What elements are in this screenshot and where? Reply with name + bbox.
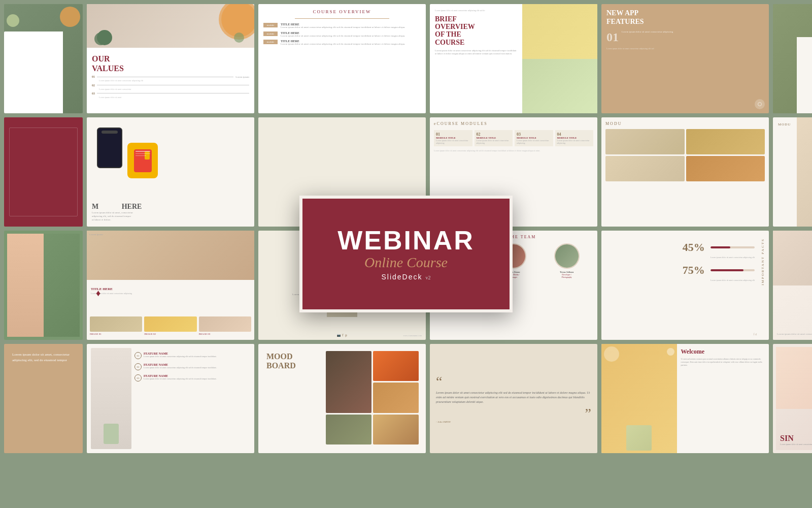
slide-r4c3: MOOD BOARD <box>258 344 426 453</box>
phone-mockup <box>97 128 122 168</box>
slide-r1c2-content: OUR VALUES 01 Lorem ipsum Lorem ipsum do… <box>87 48 254 113</box>
slide-r4c2-features: 01 FEATURE NAME Lorem ipsum dolor sit am… <box>134 348 250 449</box>
slide-r1c5-title: NEW APP FEATURES <box>606 9 764 26</box>
center-overlay: WEBINAR Online Course SlideDeck v2 <box>299 196 513 312</box>
slide-r4c5-text: Ui enim ad minim veniam quis nostrud exe… <box>681 358 765 367</box>
slide-r2c5-title: MODU <box>605 121 765 126</box>
slide-r2c2-text: Lorem ipsum dolor sit amet, consectetura… <box>92 211 142 221</box>
slide-r4c6-title: SIN <box>780 434 812 443</box>
slide-r1c3-title: COURSE OVERVIEW <box>263 9 421 14</box>
slide-r4c6: SIN Lorem ipsum dolor sit amet consectet… <box>773 344 812 453</box>
slide-r4c2-image <box>91 348 131 449</box>
slide-r1c3: COURSE OVERVIEW module TITLE HERE Lorem … <box>258 4 426 113</box>
slide-r1c2-image <box>87 4 254 48</box>
important-facts-label: IMPORTANT FACTS <box>761 238 765 285</box>
slide-r1c4: Lorem ipsum dolor sit amet consectetur a… <box>430 4 597 113</box>
module-02: 02 MODULE TITLE Lorem ipsum dolor sit am… <box>475 130 513 146</box>
slide-r3c1 <box>4 231 83 340</box>
slide-r1c3-item1: module TITLE HERE Lorem ipsum dolor sit … <box>263 23 421 29</box>
slide-r4c1: Lorem ipsum dolor sit amet, consectetur … <box>4 344 83 453</box>
slide-r4c2: 01 FEATURE NAME Lorem ipsum dolor sit am… <box>87 344 254 453</box>
member-tessa: Tessa Adison Developer /Photography <box>554 243 580 278</box>
slide-r3c5: IMPORTANT FACTS 45% Lorem ipsum dolor si… <box>601 231 769 340</box>
slide-r1c4-text: Lorem ipsum dolor sit amet consectetur a… <box>435 49 517 56</box>
slide-r2c5: MODU <box>601 117 769 227</box>
slide-r1c2-title: OUR VALUES <box>92 54 249 73</box>
slide-r2c6: MODU <box>773 117 812 227</box>
module-04: 04 MODULE TITLE Lorem ipsum dolor sit am… <box>555 130 594 146</box>
avatar-tessa <box>554 243 580 269</box>
overlay-version: v2 <box>426 275 431 280</box>
feature-01: 01 FEATURE NAME Lorem ipsum dolor sit am… <box>134 352 250 359</box>
slide-r4c3-grid <box>326 348 422 449</box>
slide-r1c2-item2: 02 <box>92 84 249 87</box>
slide-r4c4-quote: Lorem ipsum dolor sit amet consectetur a… <box>436 391 591 404</box>
slide-r4c5: Welcome Ui enim ad minim veniam quis nos… <box>601 344 769 453</box>
slide-r3c2-bottom: IMAGE 01 IMAGE 02 IMAGE 03 <box>87 314 254 337</box>
slide-r4c3-title: MOOD BOARD <box>266 352 319 370</box>
slide-r1c4-image <box>522 4 598 113</box>
slide-r4c5-title: Welcome <box>681 348 765 356</box>
slide-r1c2: OUR VALUES 01 Lorem ipsum Lorem ipsum do… <box>87 4 254 113</box>
module-01: 01 MODULE TITLE Lorem ipsum dolor sit am… <box>434 130 472 146</box>
slide-r2c4-modules: 01 MODULE TITLE Lorem ipsum dolor sit am… <box>434 130 593 146</box>
slide-r4c4: “ Lorem ipsum dolor sit amet consectetur… <box>430 344 597 453</box>
slide-r4c4-author: - John SMITH <box>436 421 591 423</box>
overlay-webinar-title: WEBINAR <box>337 227 474 253</box>
slide-r1c2-item3: 03 <box>92 92 249 95</box>
slide-r1c3-item2: module TITLE HERE Lorem ipsum dolor sit … <box>263 31 421 38</box>
slide-r1c6 <box>773 4 812 113</box>
slide-r1c2-item1: 01 Lorem ipsum <box>92 75 249 78</box>
slide-r1c4-title: BRIEF OVERVIEW OF THE COURSE <box>435 15 517 47</box>
quote-close-mark: ” <box>436 406 591 421</box>
leaf-icon: ♦ <box>96 288 100 299</box>
slide-r2c1 <box>4 117 83 227</box>
module-03: 03 MODULE TITLE Lorem ipsum dolor sit am… <box>515 130 553 146</box>
slide-r4c1-text: Lorem ipsum dolor sit amet, consectetur … <box>12 352 75 363</box>
quote-open-mark: “ <box>436 374 591 389</box>
slide-r1c3-item3: module TITLE HERE Lorem ipsum dolor sit … <box>263 40 421 46</box>
slide-r2c2: M HERE Lorem ipsum dolor sit amet, conse… <box>87 117 254 227</box>
slide-r4c5-image <box>601 344 677 453</box>
google-slides-icon <box>127 143 158 178</box>
overlay-online-label: Online Course <box>364 255 448 271</box>
slide-r1c1 <box>4 4 83 113</box>
slide-r1c5: NEW APP FEATURES 01 Lorem ipsum dolor si… <box>601 4 769 113</box>
slide-r3c2-top-image: Lorem ipsum <box>87 231 254 280</box>
slide-r3c2: Lorem ipsum ♦ TITLE HERE Lorem ipsum dol… <box>87 231 254 340</box>
overlay-slidedeck-label: SlideDeck <box>381 273 422 281</box>
slide-r2c5-images <box>605 129 765 181</box>
slide-r2c4-title: eCOURSE MODULES <box>434 121 593 126</box>
member-tessa-role: Developer /Photography <box>554 273 580 278</box>
slide-r2c2-title: M HERE <box>92 203 142 211</box>
slide-r3c6: Lorem ipsum dolor sit amet consectetur <box>773 231 812 340</box>
slide-r1c5-num: 01 <box>606 30 619 44</box>
feature-03: 03 FEATURE NAME Lorem ipsum dolor sit am… <box>134 374 250 382</box>
slide-r1c5-text: Lorem ipsum dolor sit amet consectetur a… <box>622 30 673 44</box>
feature-02: 02 FEATURE NAME Lorem ipsum dolor sit am… <box>134 363 250 370</box>
